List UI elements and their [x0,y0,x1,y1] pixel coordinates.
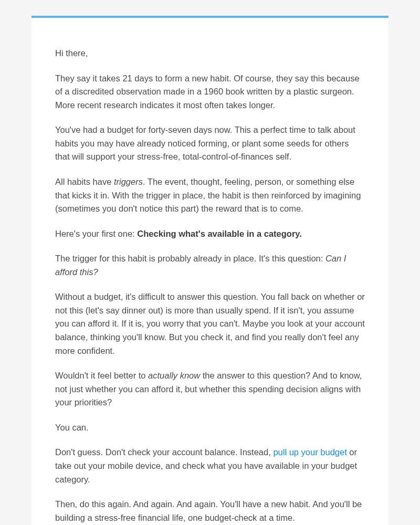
text-segment: Wouldn't it feel better to [55,371,148,380]
emphasis-actually-know: actually know [148,371,200,380]
paragraph-3: All habits have triggers. The event, tho… [55,175,365,216]
paragraph-2: You've had a budget for forty-seven days… [55,123,365,164]
text-segment: The trigger for this habit is probably a… [55,254,326,263]
email-content: Hi there, They say it takes 21 days to f… [55,47,365,525]
paragraph-4: Here's your first one: Checking what's a… [55,227,365,241]
budget-link[interactable]: pull up your budget [273,447,346,457]
email-card: Hi there, They say it takes 21 days to f… [32,16,388,525]
paragraph-8: You can. [55,421,365,435]
paragraph-6: Without a budget, it's difficult to answ… [55,290,365,358]
text-segment: All habits have [55,177,114,186]
strong-habit-title: Checking what's available in a category. [137,229,302,238]
text-segment: Here's your first one: [55,229,137,238]
paragraph-10: Then, do this again. And again. And agai… [55,498,365,524]
paragraph-1: They say it takes 21 days to form a new … [55,72,365,112]
greeting: Hi there, [55,47,365,60]
paragraph-9: Don't guess. Don't check your account ba… [55,446,365,486]
paragraph-7: Wouldn't it feel better to actually know… [55,369,365,410]
emphasis-triggers: triggers [114,177,143,186]
text-segment: Don't guess. Don't check your account ba… [55,447,273,457]
paragraph-5: The trigger for this habit is probably a… [55,252,365,279]
